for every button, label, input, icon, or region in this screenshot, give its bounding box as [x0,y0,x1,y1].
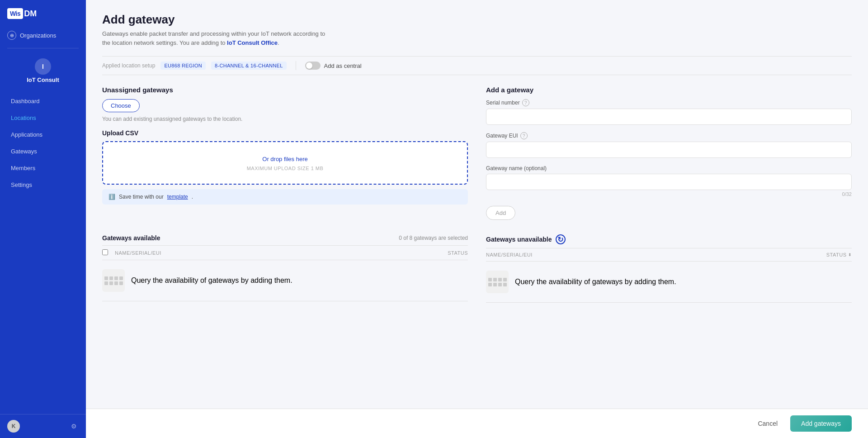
add-button[interactable]: Add [486,206,515,220]
serial-number-label: Serial number ? [486,99,852,106]
page-desc-end: . [278,39,279,46]
gateways-available-empty-text: Query the availability of gateways by ad… [131,276,292,285]
sidebar-divider [7,48,79,48]
template-link[interactable]: template [167,194,188,200]
location-setup-bar: Applied location setup EU868 REGION 8-CH… [102,56,852,75]
gateways-available-title: Gateways available [102,234,160,242]
page-desc-link: IoT Consult Office [227,39,278,46]
empty-dots [104,276,123,285]
sidebar-item-applications[interactable]: Applications [4,127,82,143]
gateways-two-col: Gateways available 0 of 8 gateways are s… [102,234,852,303]
channel-badge: 8-CHANNEL & 16-CHANNEL [211,62,286,70]
page-description: Gateways enable packet transfer and proc… [102,29,328,47]
gateways-unavailable-header: Gateways unavailable ↻ [486,234,852,244]
unassigned-section-title: Unassigned gateways [102,86,468,94]
col-status-available: STATUS [432,250,468,256]
char-count: 0/32 [486,191,852,197]
add-gateways-button[interactable]: Add gateways [790,415,852,432]
main-content: Add gateway Gateways enable packet trans… [86,0,868,438]
bottom-bar: Cancel Add gateways [86,409,868,438]
eui-help-icon[interactable]: ? [520,132,528,139]
right-column: Add a gateway Serial number ? Gateway EU… [486,86,852,220]
gateway-eui-group: Gateway EUI ? [486,132,852,158]
user-avatar-bottom[interactable]: K [7,420,20,433]
gateway-eui-label: Gateway EUI ? [486,132,852,139]
avatar: I [35,58,51,75]
gateway-name-input[interactable] [486,174,852,190]
user-section: I IoT Consult [0,53,86,89]
template-banner: ℹ️ Save time with our template. [102,189,468,205]
cancel-button[interactable]: Cancel [750,416,785,431]
add-as-central-toggle[interactable] [305,62,321,70]
gateways-available-count: 0 of 8 gateways are selected [399,235,468,241]
add-as-central-toggle-wrapper: Add as central [305,62,362,70]
sort-arrow-icon[interactable]: ⬍ [848,252,852,257]
settings-gear-icon[interactable]: ⚙ [69,421,79,431]
choose-button[interactable]: Choose [102,99,140,112]
gateway-name-label: Gateway name (optional) [486,165,852,171]
template-banner-suffix: . [192,194,193,200]
sidebar-item-gateways[interactable]: Gateways [4,143,82,159]
serial-help-icon[interactable]: ? [522,99,529,106]
gateways-unavailable-empty-text: Query the availability of gateways by ad… [515,278,676,286]
sidebar-item-dashboard[interactable]: Dashboard [4,93,82,109]
col-name-available: NAME/SERIAL/EUI [115,250,432,256]
sidebar: Wis DM ⊕ Organizations I IoT Consult Das… [0,0,86,438]
gateways-section: Gateways available 0 of 8 gateways are s… [102,234,852,303]
add-gateway-title: Add a gateway [486,86,852,94]
col-check[interactable] [102,249,115,256]
info-icon: ℹ️ [108,194,115,200]
region-badge: EU868 REGION [160,62,206,70]
select-all-checkbox[interactable] [102,249,108,255]
logo-wis: Wis [7,8,23,19]
gateways-available-panel: Gateways available 0 of 8 gateways are s… [102,234,468,301]
gateway-eui-input[interactable] [486,142,852,158]
unassigned-hint: You can add existing unassigned gateways… [102,116,468,122]
globe-icon: ⊕ [7,31,16,40]
empty-gateway-icon-2 [486,271,509,293]
gateways-available-header: Gateways available 0 of 8 gateways are s… [102,234,468,242]
sidebar-item-locations[interactable]: Locations [4,110,82,126]
drop-files-link[interactable]: Or drop files here [262,156,307,162]
empty-dots-2 [488,278,507,286]
sidebar-nav: Dashboard Locations Applications Gateway… [0,89,86,414]
empty-gateway-icon [102,269,125,292]
gateways-available-cols: NAME/SERIAL/EUI STATUS [102,245,468,260]
gateways-unavailable-panel: Gateways unavailable ↻ NAME/SERIAL/EUI S… [486,234,852,303]
template-banner-prefix: Save time with our [119,194,164,200]
organizations-label: Organizations [20,32,56,39]
col-name-unavailable: NAME/SERIAL/EUI [486,252,816,257]
page-body: Add gateway Gateways enable packet trans… [86,0,868,409]
serial-number-input[interactable] [486,109,852,125]
page-desc-plain: Gateways enable packet transfer and proc… [102,30,325,46]
toggle-label: Add as central [324,62,362,69]
serial-number-group: Serial number ? [486,99,852,125]
refresh-icon[interactable]: ↻ [556,234,566,244]
gateways-available-empty: Query the availability of gateways by ad… [102,260,468,301]
organizations-item[interactable]: ⊕ Organizations [0,27,86,43]
toggle-knob [306,62,312,69]
sidebar-bottom: K ⚙ [0,414,86,438]
page-title: Add gateway [102,13,852,27]
two-col-layout: Unassigned gateways Choose You can add e… [102,86,852,220]
logo-dm: DM [24,9,37,19]
sidebar-item-members[interactable]: Members [4,160,82,176]
logo: Wis DM [0,0,86,27]
gateways-unavailable-title: Gateways unavailable ↻ [486,234,566,244]
max-upload-size: MAXIMUM UPLOAD SIZE 1 MB [112,166,458,171]
sidebar-item-settings[interactable]: Settings [4,177,82,193]
left-column: Unassigned gateways Choose You can add e… [102,86,468,205]
gateway-name-group: Gateway name (optional) 0/32 [486,165,852,197]
col-status-unavailable: STATUS ⬍ [816,252,852,257]
gateways-unavailable-empty: Query the availability of gateways by ad… [486,262,852,303]
setup-divider [296,61,296,70]
gateways-unavailable-cols: NAME/SERIAL/EUI STATUS ⬍ [486,248,852,262]
user-name: IoT Consult [27,76,59,83]
upload-csv-title: Upload CSV [102,129,468,137]
drop-zone[interactable]: Or drop files here MAXIMUM UPLOAD SIZE 1… [102,141,468,185]
setup-label: Applied location setup [102,62,155,69]
